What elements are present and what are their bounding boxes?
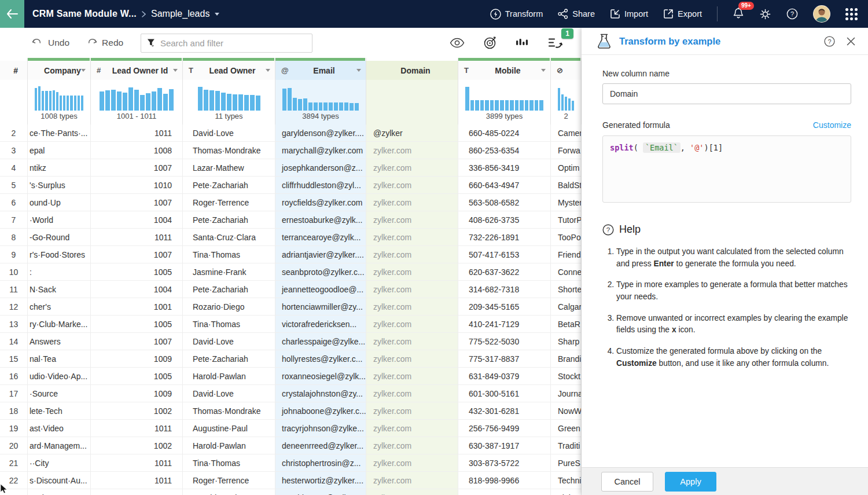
cell-lead-owner[interactable]: Pete·Zachariah [183,211,275,228]
cell-lead-owner[interactable]: Harold·Pawlan [183,368,275,384]
apply-button[interactable]: Apply [665,472,716,492]
cell-company[interactable]: epal [28,142,91,159]
table-row[interactable]: 19ast·Video1011Augustine·Paultracyrjohns… [0,420,582,437]
cell-hidden-col[interactable]: BaldSt [551,177,582,193]
table-row[interactable]: 21··City1011Tina·Thomaschristophertrosin… [0,454,582,472]
cell-email[interactable]: hortenciawmiller@zy... [275,298,366,315]
cell-mobile[interactable]: 732-226-1891 [458,229,551,245]
cell-company[interactable]: ·World [28,211,91,228]
table-row[interactable]: 14Answers1007David·Lovecharlesspaige@zyl… [0,333,582,350]
cell-company[interactable]: -Go-Round [28,229,91,245]
cell-mobile[interactable]: 432-301-6281 [458,402,551,419]
search-input[interactable] [160,38,306,48]
cell-lead-owner-id[interactable]: 1011 [91,229,183,245]
cell-email[interactable]: charlesspaige@zylke... [275,333,366,350]
table-row[interactable]: 2ce·The·Pants·...1011David·Lovegaryldens… [0,124,582,142]
cell-rownum[interactable]: 18 [0,402,28,419]
cell-email[interactable]: josephkanderson@z... [275,159,366,176]
cell-lead-owner-id[interactable]: 1007 [91,159,183,176]
cell-email[interactable]: garyldenson@zylker.... [275,124,366,141]
cell-hidden-col[interactable]: Stockt [551,368,582,384]
panel-close-button[interactable] [847,37,855,46]
cell-company[interactable]: ·Pals [28,489,91,495]
cell-domain[interactable]: zylker.com [366,159,458,176]
cell-rownum[interactable]: 11 [0,281,28,298]
cell-hidden-col[interactable]: Friend [551,246,582,263]
column-header-mobile[interactable]: TMobile3899 types [458,58,551,124]
cell-rownum[interactable]: 3 [0,142,28,159]
cell-mobile[interactable]: 314-682-7318 [458,281,551,298]
cell-lead-owner[interactable]: Pete·Zachariah [183,281,275,298]
cell-company[interactable]: 's·Surplus [28,177,91,193]
cell-lead-owner[interactable]: David·Love [183,124,275,141]
cell-mobile[interactable]: 860-253-6354 [458,142,551,159]
export-button[interactable]: Export [663,9,702,19]
cell-mobile[interactable]: 303-873-5722 [458,454,551,471]
cell-mobile[interactable]: 563-508-6582 [458,194,551,211]
cell-email[interactable]: johnaboone@zylker.c... [275,402,366,419]
user-avatar[interactable] [813,5,830,23]
cell-domain[interactable]: zylker.com [366,281,458,298]
cell-email[interactable]: hollyrestes@zylker.c... [275,350,366,367]
cell-mobile[interactable]: 408-626-3735 [458,211,551,228]
cell-company[interactable]: ast·Video [28,420,91,437]
column-header-domain[interactable]: Domain [366,58,458,124]
cell-company[interactable]: ard·Managem... [28,437,91,454]
cell-email[interactable]: roxanneosiegel@zylk... [275,368,366,384]
back-button[interactable] [0,0,24,28]
cell-mobile[interactable]: 336-856-3419 [458,159,551,176]
app-grid-button[interactable] [845,8,858,20]
cell-domain[interactable]: zylker.com [366,454,458,471]
cell-rownum[interactable]: 10 [0,263,28,280]
cell-domain[interactable]: zylker.com [366,385,458,402]
cell-hidden-col[interactable]: Shorte [551,281,582,298]
cell-lead-owner-id[interactable]: 1005 [91,263,183,280]
cell-company[interactable]: r's·Food·Stores [28,246,91,263]
column-histogram-lead-owner[interactable] [183,80,275,112]
import-button[interactable]: Import [610,9,648,19]
cell-rownum[interactable]: 12 [0,298,28,315]
cell-domain[interactable]: zylker.com [366,246,458,263]
cell-lead-owner-id[interactable]: 1002 [91,437,183,454]
pipeline-steps-button[interactable]: 1 [548,36,564,49]
cell-lead-owner[interactable]: Jasmine·Frank [183,263,275,280]
cell-lead-owner[interactable]: Santa·Cruz·Clara [183,229,275,245]
new-column-name-input[interactable] [602,83,851,104]
cell-hidden-col[interactable]: BetaR [551,316,582,332]
column-menu-caret-mobile[interactable] [541,69,546,72]
cell-hidden-col[interactable]: Calgar [551,298,582,315]
cell-rownum[interactable]: 19 [0,420,28,437]
cell-rownum[interactable]: 17 [0,385,28,402]
cell-hidden-col[interactable]: Traditi [551,437,582,454]
cell-rownum[interactable]: 5 [0,177,28,193]
cell-mobile[interactable]: 505-328-3273 [458,489,551,495]
cell-lead-owner-id[interactable]: 1001 [91,298,183,315]
cell-company[interactable]: ce·The·Pants·... [28,124,91,141]
cell-rownum[interactable]: 20 [0,437,28,454]
dataset-caret-icon[interactable] [215,13,219,16]
cell-domain[interactable]: zylker.com [366,316,458,332]
cell-lead-owner-id[interactable]: 1011 [91,124,183,141]
cell-rownum[interactable]: 14 [0,333,28,350]
cell-lead-owner[interactable]: Harold·Pawlan [183,489,275,495]
cell-rownum[interactable]: 21 [0,454,28,471]
column-header-email[interactable]: @Email3894 types [275,58,366,124]
table-row[interactable]: 6ound·Up1007Roger·Terrenceroycfields@zyl… [0,194,582,211]
cell-email[interactable]: ernestoaburke@zylk... [275,211,366,228]
column-histogram-hidden-col[interactable] [551,80,581,112]
formula-editor[interactable]: split( `Email`, '@')[1] [602,135,851,203]
cell-hidden-col[interactable]: Conne [551,263,582,280]
table-row[interactable]: 10:1005Jasmine·Frankseanbproto@zylker.c.… [0,263,582,281]
column-histogram-lead-owner-id[interactable] [91,80,182,112]
cell-company[interactable]: lete·Tech [28,402,91,419]
cell-domain[interactable]: zylker.com [366,472,458,489]
table-row[interactable]: 11N·Sack1004Pete·Zachariahjeannetteogood… [0,281,582,298]
cell-company[interactable]: ound·Up [28,194,91,211]
cell-rownum[interactable]: 2 [0,124,28,141]
table-row[interactable]: 5's·Surplus1010Pete·Zachariahcliffrhuddl… [0,177,582,194]
cell-hidden-col[interactable]: LittleP [551,489,582,495]
cell-mobile[interactable]: 775-317-8837 [458,350,551,367]
column-menu-caret-lead-owner-id[interactable] [173,69,178,72]
cell-mobile[interactable]: 660-643-4947 [458,177,551,193]
table-row[interactable]: 15nal·Tea1009Pete·Zachariahhollyrestes@z… [0,350,582,368]
